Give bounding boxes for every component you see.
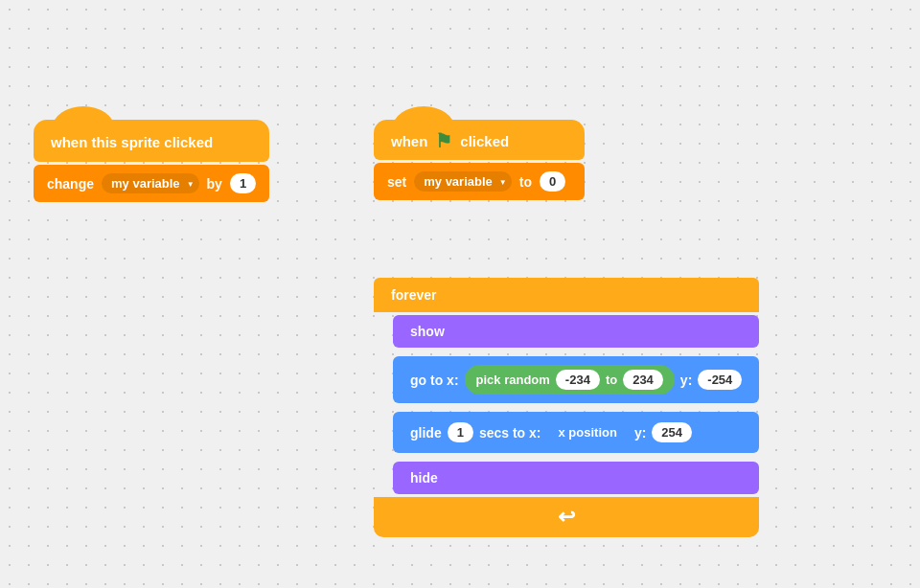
- glide-block[interactable]: glide 1 secs to x: x position y: 254: [393, 412, 759, 453]
- left-block-group: when this sprite clicked change my varia…: [34, 120, 269, 202]
- show-block[interactable]: show: [393, 315, 759, 348]
- forever-header[interactable]: forever: [374, 278, 759, 312]
- clicked-label: clicked: [460, 133, 509, 149]
- x-position-block[interactable]: x position: [547, 420, 629, 444]
- change-variable-block[interactable]: change my variable by 1: [34, 165, 269, 202]
- set-variable-block[interactable]: set my variable to 0: [374, 163, 585, 200]
- when-sprite-clicked-label: when this sprite clicked: [51, 134, 213, 150]
- hide-block[interactable]: hide: [393, 462, 759, 494]
- loop-icon: ↩: [558, 505, 575, 530]
- pick-random-block[interactable]: pick random -234 to 234: [465, 365, 675, 395]
- to-label2: to: [606, 373, 617, 387]
- random-to-value[interactable]: 234: [623, 370, 663, 390]
- glide-secs-value[interactable]: 1: [448, 422, 473, 442]
- pick-random-label: pick random: [476, 373, 550, 387]
- secs-to-x-label: secs to x:: [479, 425, 541, 441]
- change-label: change: [47, 176, 94, 192]
- y-label: y:: [680, 373, 692, 388]
- by-value[interactable]: 1: [230, 173, 256, 193]
- forever-inner-blocks: show go to x: pick random -234 to 234 y:…: [374, 312, 759, 497]
- forever-block-group: forever show go to x: pick random -234 t…: [374, 278, 759, 537]
- right-block-group: when ⚑ clicked set my variable to 0: [374, 120, 585, 200]
- goto-block[interactable]: go to x: pick random -234 to 234 y: -254: [393, 356, 759, 403]
- set-label: set: [387, 174, 406, 190]
- variable-dropdown[interactable]: my variable: [102, 173, 199, 193]
- when-label: when: [391, 133, 427, 149]
- green-flag-icon: ⚑: [435, 131, 452, 150]
- y-value[interactable]: -254: [698, 370, 742, 390]
- glide-y-label: y:: [634, 425, 646, 441]
- forever-cap: ↩: [374, 497, 759, 537]
- when-sprite-clicked-block[interactable]: when this sprite clicked: [34, 120, 269, 162]
- by-label: by: [207, 176, 222, 192]
- to-value[interactable]: 0: [540, 171, 565, 192]
- when-flag-clicked-block[interactable]: when ⚑ clicked: [374, 120, 585, 160]
- goto-label: go to x:: [410, 373, 459, 388]
- to-label: to: [519, 174, 532, 190]
- glide-y-value[interactable]: 254: [652, 422, 692, 442]
- random-from-value[interactable]: -234: [556, 370, 600, 390]
- forever-label: forever: [391, 287, 436, 303]
- hide-label: hide: [410, 470, 438, 486]
- set-variable-dropdown[interactable]: my variable: [414, 171, 512, 192]
- glide-label: glide: [410, 425, 442, 441]
- show-label: show: [410, 324, 445, 339]
